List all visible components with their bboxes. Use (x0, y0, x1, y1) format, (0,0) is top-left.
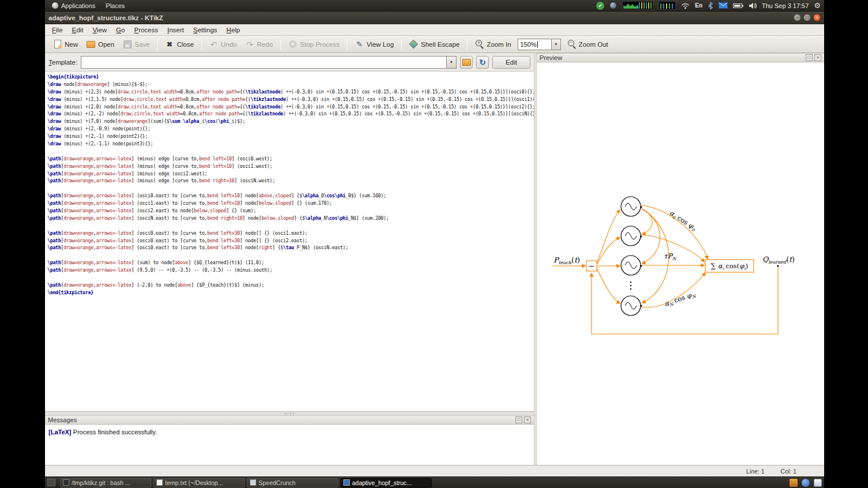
menu-edit[interactable]: Edit (68, 25, 88, 35)
close-panel-icon[interactable]: × (524, 416, 531, 423)
taskbar-tray-icon-2[interactable] (802, 479, 810, 487)
update-check-icon[interactable]: ✔ (596, 2, 604, 10)
template-edit-button[interactable]: Edit (492, 56, 530, 69)
applications-menu-label: Applications (61, 2, 95, 9)
messages-title: Messages (48, 416, 77, 423)
mail-icon[interactable] (719, 1, 728, 10)
menu-process[interactable]: Process (129, 25, 163, 35)
new-document-icon (53, 40, 62, 48)
code-line: \path[draw=orange,arrows=-latex] (minus)… (47, 170, 532, 178)
toolbar-button-label: View Log (366, 41, 394, 48)
code-line: \draw node[draw=orange] (minus){$-$}; (47, 81, 532, 88)
preview-label-p_teach: Pteach(t) (553, 256, 580, 265)
taskbar-window-button[interactable]: temp.txt (~/Desktop... (154, 478, 245, 487)
close-button[interactable]: Close (162, 38, 197, 50)
zoom-level-input[interactable]: 150% (518, 39, 551, 50)
code-line: \draw (minus) +(2,0) node[draw,circle,te… (47, 103, 532, 111)
close-button[interactable]: × (813, 14, 821, 21)
bluetooth-icon[interactable] (708, 1, 713, 10)
float-panel-icon[interactable]: □ (806, 54, 813, 61)
globe-icon[interactable] (609, 2, 617, 9)
code-line: \path[draw=orange,arrows=-latex] (osci0.… (47, 192, 532, 200)
taskbar-window-label: temp.txt (~/Desktop... (165, 479, 223, 486)
toolbar: NewOpenSaveCloseUndoRedoStop ProcessView… (45, 36, 824, 53)
open-button[interactable]: Open (83, 38, 118, 50)
zoom-out-button[interactable]: Zoom Out (564, 38, 612, 50)
wifi-icon[interactable] (681, 1, 690, 10)
template-reload-button[interactable] (476, 56, 489, 69)
zoom-in-icon (475, 40, 484, 48)
keyboard-layout-indicator[interactable]: En (695, 1, 702, 10)
system-monitor-graph[interactable] (622, 1, 653, 10)
redo-icon (245, 40, 254, 48)
minimize-button[interactable]: − (794, 14, 801, 21)
template-combobox[interactable]: ▼ (81, 56, 457, 69)
session-gear-icon[interactable]: ⚙ (814, 1, 821, 10)
code-line: \path[draw=orange,arrows=-latex] (-2,0) … (47, 281, 532, 289)
toolbar-separator (157, 39, 158, 50)
battery-icon[interactable] (733, 1, 743, 10)
places-menu-label: Places (106, 2, 125, 9)
taskbar-tray-icon-3[interactable] (814, 479, 822, 487)
messages-log[interactable]: [LaTeX] Process finished successfully. (45, 425, 534, 465)
close-panel-icon[interactable]: × (814, 54, 821, 61)
toolbar-button-label: Open (98, 41, 114, 48)
undo-icon (209, 40, 218, 48)
open-folder-icon (462, 58, 471, 66)
open-folder-icon (87, 40, 95, 48)
menu-insert[interactable]: Insert (163, 25, 189, 35)
new-button[interactable]: New (50, 38, 81, 50)
network-monitor-graph[interactable] (659, 1, 676, 10)
view-log-button[interactable]: View Log (351, 38, 397, 50)
menu-bar: FileEditViewGoProcessInsertSettingsHelp (45, 24, 824, 36)
menu-go[interactable]: Go (111, 25, 129, 35)
code-line: \draw (minus) +(2,-1) node(point2){}; (47, 133, 532, 140)
view-log-icon (355, 40, 364, 48)
preview-label-q_learned: Qlearned(t) (762, 255, 795, 265)
message-body: Process finished successfully. (73, 429, 157, 436)
toolbar-button-label: New (65, 41, 78, 48)
toolbar-separator (467, 39, 467, 50)
code-line: \end{tikzpicture} (47, 289, 532, 296)
minus-node-label: − (589, 262, 595, 271)
tikz-preview-diagram: − (537, 63, 824, 465)
template-open-button[interactable] (460, 56, 473, 69)
taskbar-window-button[interactable]: SpeedCrunch (247, 478, 338, 487)
title-bar[interactable]: adaptive_hopf_structure.tikz - KTikZ − □… (45, 12, 824, 24)
taskbar-window-button[interactable]: /tmp/ktikz.git : bash ... (60, 478, 151, 487)
zoom-level-combobox[interactable]: 150%▼ (518, 39, 561, 50)
volume-icon[interactable] (749, 1, 757, 10)
maximize-button[interactable]: □ (803, 14, 811, 21)
minus-to-osciN-arrow (597, 268, 620, 303)
preview-canvas: − (537, 63, 824, 465)
menu-view[interactable]: View (88, 25, 111, 35)
menu-file[interactable]: File (47, 25, 68, 35)
junction-dots (640, 206, 779, 306)
terminal-icon (63, 479, 69, 486)
zoom-in-button[interactable]: Zoom In (472, 38, 514, 50)
code-line: \path[draw=orange,arrows=-latex] (osci0.… (47, 244, 532, 251)
shell-escape-button[interactable]: Shell Escape (406, 38, 463, 50)
clock[interactable]: Thu Sep 3 17:57 (762, 1, 809, 10)
code-line: \path[draw=orange,arrows=-latex] (osci0.… (47, 230, 532, 237)
code-editor[interactable]: \begin{tikzpicture}\draw node[draw=orang… (45, 72, 534, 412)
menu-help[interactable]: Help (222, 25, 245, 35)
taskbar-window-label: /tmp/ktikz.git : bash ... (72, 479, 130, 486)
distributor-logo-icon (52, 2, 58, 9)
float-panel-icon[interactable]: □ (515, 416, 522, 423)
preview-title: Preview (540, 54, 562, 61)
places-menu[interactable]: Places (102, 0, 128, 12)
code-line: \path[draw=orange,arrows=-latex] (osci2.… (47, 207, 532, 215)
code-line: \begin{tikzpicture} (47, 73, 532, 81)
preview-panel-header: Preview □ × (537, 53, 824, 62)
chevron-down-icon[interactable]: ▼ (551, 39, 561, 50)
chevron-down-icon[interactable]: ▼ (446, 57, 456, 68)
taskbar-tray-icon-1[interactable] (790, 479, 798, 487)
taskbar-window-button[interactable]: adaptive_hopf_struc... (341, 478, 432, 487)
menu-settings[interactable]: Settings (189, 25, 222, 35)
ktikz-window: adaptive_hopf_structure.tikz - KTikZ − □… (45, 12, 824, 476)
preview-label-tau_pn: τPN (664, 252, 677, 261)
applications-menu[interactable]: Applications (48, 0, 99, 12)
show-desktop-icon[interactable] (47, 479, 55, 486)
toolbar-separator (347, 39, 347, 50)
